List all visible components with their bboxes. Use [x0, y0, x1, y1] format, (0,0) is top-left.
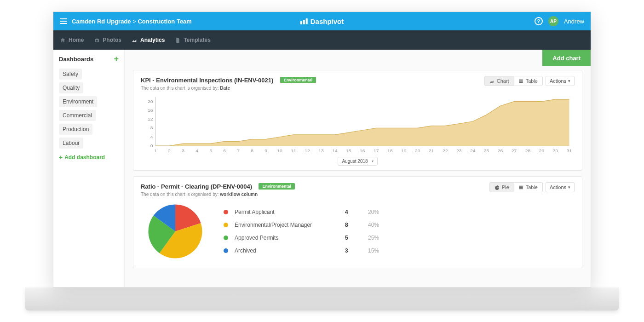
legend-dot: [224, 236, 228, 240]
legend-percent: 25%: [368, 235, 391, 241]
kpi-chart-toggle[interactable]: Chart: [485, 76, 514, 86]
svg-text:15: 15: [346, 149, 351, 153]
svg-text:4: 4: [196, 149, 198, 153]
svg-text:8: 8: [251, 149, 253, 153]
nav-home-label: Home: [69, 37, 84, 43]
svg-text:1: 1: [154, 149, 157, 153]
monitor-stand: [25, 288, 619, 310]
ratio-view-toggle: Pie Table: [489, 182, 543, 192]
camera-icon: [94, 37, 100, 43]
nav-analytics[interactable]: Analytics: [132, 37, 165, 43]
legend-count: 8: [345, 222, 363, 228]
area-chart-icon: [489, 79, 494, 84]
add-dashboard-button[interactable]: Add dashboard: [59, 151, 119, 163]
svg-text:13: 13: [318, 149, 324, 153]
menu-icon[interactable]: [60, 17, 67, 25]
sidebar-item-safety[interactable]: Safety: [59, 69, 82, 80]
svg-text:16: 16: [148, 108, 153, 113]
table-icon: [518, 79, 523, 84]
kpi-table-toggle[interactable]: Table: [514, 76, 542, 86]
content-topbar: Add chart: [125, 50, 591, 66]
kpi-area-chart: 0481216201234567891011121314151617181920…: [141, 94, 575, 166]
ratio-pie-toggle[interactable]: Pie: [490, 183, 514, 192]
svg-text:23: 23: [456, 149, 462, 153]
svg-text:7: 7: [237, 149, 240, 153]
legend-count: 5: [345, 235, 363, 241]
svg-text:8: 8: [150, 126, 153, 130]
svg-text:26: 26: [498, 149, 503, 153]
ratio-subtext: The data on this chart is organised by: …: [141, 192, 489, 197]
legend-percent: 20%: [368, 209, 391, 215]
sidebar-item-environment[interactable]: Environment: [59, 96, 97, 107]
svg-text:16: 16: [360, 149, 365, 153]
sidebar-item-production[interactable]: Production: [59, 124, 92, 135]
avatar[interactable]: AP: [548, 16, 558, 26]
sidebar-item-labour[interactable]: Labour: [59, 138, 83, 149]
add-dashboard-label: Add dashboard: [64, 154, 105, 161]
svg-text:20: 20: [415, 149, 420, 153]
breadcrumb-project: Camden Rd Upgrade: [72, 18, 131, 25]
svg-text:24: 24: [470, 149, 476, 153]
svg-text:27: 27: [512, 149, 517, 153]
svg-text:11: 11: [291, 149, 296, 153]
svg-text:6: 6: [223, 149, 226, 153]
svg-text:14: 14: [332, 149, 338, 153]
ratio-table-toggle[interactable]: Table: [514, 183, 542, 192]
nav-templates-label: Templates: [184, 37, 210, 43]
nav-analytics-label: Analytics: [140, 37, 165, 43]
svg-text:2: 2: [168, 149, 171, 153]
nav-home[interactable]: Home: [60, 37, 84, 43]
main-content: Add chart Add chart KPI - Environmental …: [125, 50, 591, 287]
svg-text:12: 12: [305, 149, 310, 153]
breadcrumb-team: Construction Team: [138, 18, 192, 25]
legend-label: Archived: [235, 247, 340, 254]
legend-dot: [224, 248, 228, 253]
svg-text:4: 4: [150, 134, 153, 139]
user-name[interactable]: Andrew: [564, 18, 584, 25]
svg-text:9: 9: [264, 149, 267, 153]
svg-text:10: 10: [277, 149, 282, 153]
legend-count: 4: [345, 209, 363, 215]
pie-legend: Permit Applicant420%Environmental/Projec…: [224, 209, 391, 254]
sidebar-item-commercial[interactable]: Commercial: [59, 110, 96, 121]
kpi-badge: Environmental: [280, 77, 316, 83]
brand-icon: [300, 18, 308, 24]
file-icon: [175, 37, 181, 43]
kpi-title: KPI - Environmental Inspections (IN-ENV-…: [141, 77, 273, 84]
help-icon[interactable]: ?: [535, 17, 543, 25]
analytics-icon: [132, 37, 138, 43]
breadcrumb[interactable]: Camden Rd Upgrade > Construction Team: [72, 18, 192, 25]
nav-templates[interactable]: Templates: [175, 37, 210, 43]
legend-label: Approved Permits: [235, 235, 340, 241]
svg-text:5: 5: [209, 149, 212, 153]
svg-text:28: 28: [525, 149, 531, 153]
svg-text:20: 20: [148, 99, 153, 104]
svg-text:21: 21: [429, 149, 434, 153]
pie-chart-icon: [494, 185, 500, 190]
ratio-actions-dropdown[interactable]: Actions: [546, 182, 575, 192]
add-chart-button[interactable]: Add chart: [542, 50, 591, 66]
kpi-view-toggle: Chart Table: [484, 76, 543, 86]
sidebar-title: Dashboards: [59, 56, 93, 63]
app-header: Camden Rd Upgrade > Construction Team Da…: [53, 12, 591, 30]
svg-text:25: 25: [484, 149, 489, 153]
table-icon: [518, 185, 523, 190]
sidebar-item-quality[interactable]: Quality: [59, 82, 83, 93]
nav-photos[interactable]: Photos: [94, 37, 121, 43]
add-dashboard-plus-icon[interactable]: +: [114, 54, 119, 64]
legend-label: Environmental/Project Manager: [235, 222, 340, 228]
svg-text:12: 12: [148, 117, 153, 121]
kpi-actions-dropdown[interactable]: Actions: [546, 76, 575, 86]
svg-text:29: 29: [539, 149, 545, 153]
ratio-card: Ratio - Permit - Clearing (DP-ENV-0004) …: [133, 176, 582, 268]
ratio-title: Ratio - Permit - Clearing (DP-ENV-0004): [141, 183, 252, 190]
svg-text:19: 19: [401, 149, 407, 153]
month-selector[interactable]: August 2018: [338, 157, 377, 166]
svg-text:18: 18: [387, 149, 393, 153]
svg-text:0: 0: [150, 144, 153, 148]
svg-text:30: 30: [553, 149, 558, 153]
kpi-card: KPI - Environmental Inspections (IN-ENV-…: [133, 70, 582, 171]
legend-dot: [224, 223, 228, 227]
svg-text:3: 3: [182, 149, 184, 153]
legend-count: 3: [345, 247, 363, 254]
